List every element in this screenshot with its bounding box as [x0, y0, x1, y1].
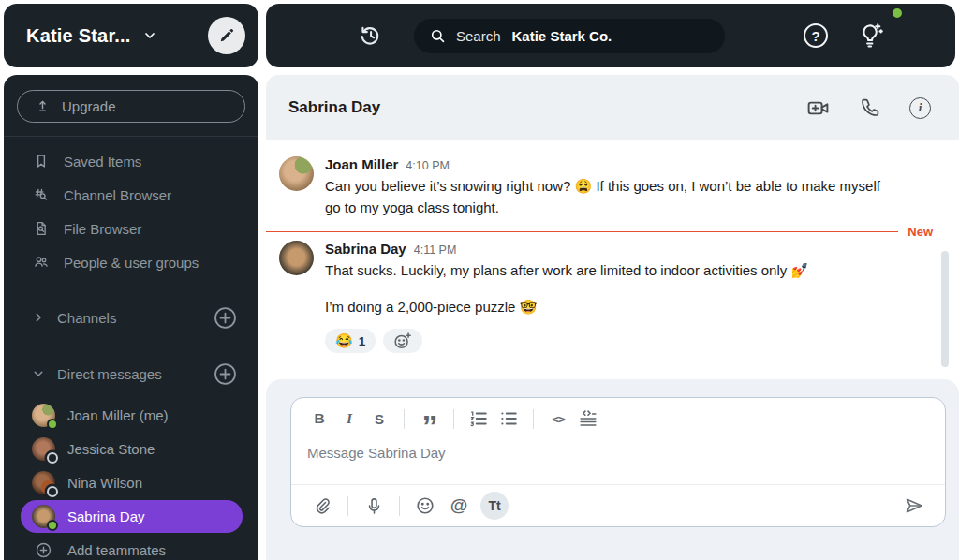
message-text: That sucks. Luckily, my plans after work…: [325, 259, 808, 281]
message-timestamp: 4:11 PM: [414, 243, 457, 257]
sidebar-item-label: Saved Items: [64, 154, 141, 169]
top-bar: Search Katie Stark Co. ?: [266, 4, 955, 67]
italic-button[interactable]: I: [336, 406, 362, 431]
divider-line: [266, 231, 898, 232]
channels-section[interactable]: Channels: [4, 301, 258, 334]
dm-name: Sabrina Day: [67, 508, 145, 524]
direct-messages-label: Direct messages: [57, 366, 162, 382]
sidebar-item-saved-items[interactable]: Saved Items: [4, 144, 258, 178]
chevron-right-icon: [32, 311, 45, 324]
help-icon: ?: [804, 23, 828, 48]
phone-icon[interactable]: [859, 96, 881, 119]
workspace-switcher[interactable]: Katie Star...: [4, 4, 258, 67]
status-dot-offline: [47, 486, 58, 497]
message-timestamp: 4:10 PM: [406, 159, 450, 172]
toolbar-divider: [347, 496, 348, 516]
dm-item-sabrina-day[interactable]: Sabrina Day: [21, 500, 243, 533]
upgrade-label: Upgrade: [62, 98, 116, 114]
direct-messages-section[interactable]: Direct messages: [4, 357, 258, 391]
chat-title[interactable]: Sabrina Day: [288, 98, 380, 117]
add-teammates-button[interactable]: Add teammates: [21, 534, 243, 560]
plus-circle-icon: [32, 541, 55, 559]
message-composer[interactable]: B I S ” <> Message Sabrina Day: [290, 397, 946, 527]
reaction-count: 1: [359, 334, 366, 348]
toolbar-divider: [533, 409, 534, 429]
search-workspace-name: Katie Stark Co.: [512, 28, 612, 44]
sidebar-item-file-browser[interactable]: File Browser: [4, 212, 258, 245]
bold-button[interactable]: B: [306, 406, 332, 431]
bookmark-icon: [33, 153, 51, 169]
message-input[interactable]: Message Sabrina Day: [291, 431, 945, 461]
reaction-pill[interactable]: 😂 1: [325, 329, 376, 353]
channel-browser-icon: [33, 186, 51, 203]
workspace-name: Katie Star...: [26, 25, 131, 47]
people-icon: [33, 254, 51, 271]
info-icon: i: [909, 97, 931, 119]
avatar: [32, 437, 55, 461]
help-button[interactable]: ?: [804, 23, 828, 48]
message-text: Can you believe it’s snowing right now? …: [325, 175, 898, 219]
upgrade-button[interactable]: Upgrade: [17, 90, 245, 123]
toolbar-divider: [404, 409, 405, 429]
add-channel-button[interactable]: [213, 305, 238, 331]
code-block-button[interactable]: [575, 406, 601, 431]
attach-file-button[interactable]: [308, 492, 336, 520]
audio-clip-button[interactable]: [360, 492, 388, 520]
dm-item-nina-wilson[interactable]: Nina Wilson: [21, 466, 243, 499]
search-icon: [429, 27, 447, 45]
pencil-icon: [217, 26, 236, 45]
reaction-emoji: 😂: [335, 332, 353, 349]
strikethrough-button[interactable]: S: [366, 406, 392, 431]
scrollbar-thumb[interactable]: [941, 251, 949, 367]
format-toolbar: B I S ” <>: [291, 398, 945, 431]
file-browser-icon: [33, 220, 51, 237]
video-call-button[interactable]: [805, 96, 831, 121]
emoji-icon: [415, 495, 435, 516]
format-toggle-button[interactable]: Tt: [480, 492, 509, 520]
send-icon: [903, 494, 925, 517]
avatar: [279, 156, 314, 191]
dm-item-joan-miller[interactable]: Joan Miller (me): [21, 399, 243, 432]
lightbulb-icon: [856, 22, 884, 50]
status-dot-online: [47, 520, 58, 531]
sidebar: Upgrade Saved Items Channel Browser File…: [4, 75, 258, 560]
dm-name: Jessica Stone: [67, 441, 155, 457]
sidebar-item-label: People & user groups: [64, 255, 199, 271]
chat-header: Sabrina Day i: [266, 75, 959, 140]
bullet-list-button[interactable]: [495, 406, 522, 431]
add-reaction-button[interactable]: [383, 329, 422, 353]
avatar: [32, 404, 55, 427]
composer-bottom-bar: @ Tt: [291, 484, 945, 526]
emoji-button[interactable]: [411, 492, 439, 520]
status-dot-offline: [47, 452, 58, 464]
ordered-list-button[interactable]: [465, 406, 492, 431]
sidebar-item-label: Channel Browser: [64, 187, 171, 203]
code-button[interactable]: <>: [545, 406, 571, 431]
chevron-down-icon: [142, 28, 157, 43]
history-icon[interactable]: [358, 23, 382, 48]
sidebar-item-channel-browser[interactable]: Channel Browser: [4, 178, 258, 212]
message-sabrina[interactable]: Sabrina Day 4:11 PM That sucks. Luckily,…: [266, 241, 959, 354]
blockquote-button[interactable]: ”: [416, 406, 442, 431]
paperclip-icon: [313, 496, 332, 516]
new-message-button[interactable]: [208, 17, 245, 54]
message-joan[interactable]: Joan Miller 4:10 PM Can you believe it’s…: [266, 156, 959, 219]
chevron-down-icon: [32, 367, 45, 380]
whats-new-button[interactable]: [856, 22, 884, 50]
search-input[interactable]: Search Katie Stark Co.: [414, 19, 725, 53]
sidebar-item-people[interactable]: People & user groups: [4, 245, 258, 279]
message-author[interactable]: Joan Miller: [325, 156, 398, 172]
composer-region: B I S ” <> Message Sabrina Day: [266, 379, 959, 560]
avatar: [279, 241, 314, 275]
message-author[interactable]: Sabrina Day: [325, 241, 406, 257]
message-list: Joan Miller 4:10 PM Can you believe it’s…: [266, 140, 959, 379]
dm-item-jessica-stone[interactable]: Jessica Stone: [21, 433, 243, 465]
message-text: I’m doing a 2,000-piece puzzle 🤓: [325, 296, 808, 317]
info-button[interactable]: i: [909, 97, 931, 119]
add-dm-button[interactable]: [213, 361, 238, 387]
mention-button[interactable]: @: [445, 492, 473, 520]
search-placeholder: Search: [456, 28, 501, 44]
send-button[interactable]: [900, 492, 928, 520]
new-messages-divider: New: [266, 225, 959, 239]
toolbar-divider: [453, 409, 454, 429]
